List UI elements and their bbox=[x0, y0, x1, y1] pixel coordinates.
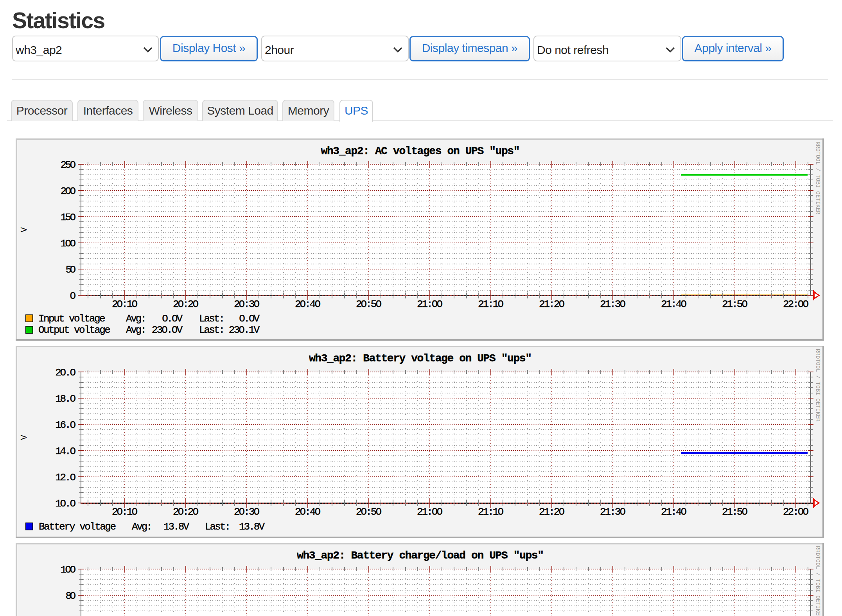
svg-text:Last:: Last: bbox=[199, 324, 225, 336]
svg-text:1OO: 1OO bbox=[60, 238, 76, 250]
svg-text:2O:2O: 2O:2O bbox=[173, 298, 199, 310]
svg-text:RRDTOOL / TOBI OETIKER: RRDTOOL / TOBI OETIKER bbox=[815, 546, 821, 616]
svg-text:21:OO: 21:OO bbox=[417, 506, 443, 518]
svg-text:2O:5O: 2O:5O bbox=[356, 506, 382, 518]
svg-text:wh3_ap2: Battery voltage on UP: wh3_ap2: Battery voltage on UPS "ups" bbox=[309, 352, 532, 365]
svg-text:23O.OV: 23O.OV bbox=[152, 324, 183, 336]
svg-text:21:1O: 21:1O bbox=[478, 506, 504, 518]
svg-text:O: O bbox=[70, 290, 76, 302]
svg-text:Battery voltage: Battery voltage bbox=[39, 521, 116, 533]
svg-text:13.8V: 13.8V bbox=[239, 521, 265, 533]
svg-text:2O:5O: 2O:5O bbox=[356, 298, 382, 310]
svg-text:Output voltage: Output voltage bbox=[38, 324, 111, 336]
svg-text:V: V bbox=[20, 435, 29, 440]
svg-text:Avg:: Avg: bbox=[126, 324, 147, 336]
svg-text:Input voltage: Input voltage bbox=[38, 313, 106, 325]
svg-text:2O:1O: 2O:1O bbox=[112, 506, 138, 518]
svg-text:RRDTOOL / TOBI OETIKER: RRDTOOL / TOBI OETIKER bbox=[815, 142, 821, 215]
svg-text:21:3O: 21:3O bbox=[600, 506, 626, 518]
svg-text:22:OO: 22:OO bbox=[783, 298, 809, 310]
svg-text:2O:4O: 2O:4O bbox=[295, 298, 321, 310]
svg-text:8O: 8O bbox=[66, 590, 76, 602]
svg-text:21:1O: 21:1O bbox=[478, 298, 504, 310]
svg-text:14.O: 14.O bbox=[55, 445, 76, 457]
svg-text:21:2O: 21:2O bbox=[539, 298, 565, 310]
svg-text:18.O: 18.O bbox=[55, 393, 76, 405]
svg-text:1O.O: 1O.O bbox=[55, 498, 76, 510]
svg-text:21:OO: 21:OO bbox=[417, 298, 443, 310]
svg-text:Avg:: Avg: bbox=[132, 521, 153, 533]
svg-text:2O:3O: 2O:3O bbox=[234, 298, 260, 310]
svg-text:5O: 5O bbox=[66, 264, 76, 276]
svg-text:25O: 25O bbox=[60, 159, 76, 171]
svg-text:23O.1V: 23O.1V bbox=[229, 324, 260, 336]
svg-text:22:OO: 22:OO bbox=[783, 506, 809, 518]
svg-text:Avg:: Avg: bbox=[126, 313, 147, 325]
svg-text:13.8V: 13.8V bbox=[163, 521, 189, 533]
svg-text:21:5O: 21:5O bbox=[722, 506, 748, 518]
svg-text:15O: 15O bbox=[60, 212, 76, 223]
svg-text:2O:1O: 2O:1O bbox=[112, 298, 138, 310]
svg-text:21:3O: 21:3O bbox=[600, 298, 626, 310]
svg-text:O.OV: O.OV bbox=[239, 313, 260, 325]
svg-text:Last:: Last: bbox=[205, 521, 231, 533]
svg-text:2O.O: 2O.O bbox=[55, 367, 76, 379]
svg-text:RRDTOOL / TOBI OETIKER: RRDTOOL / TOBI OETIKER bbox=[815, 349, 821, 422]
svg-text:1OO: 1OO bbox=[60, 564, 76, 576]
svg-text:V: V bbox=[20, 227, 29, 232]
svg-text:2O:2O: 2O:2O bbox=[173, 506, 199, 518]
svg-text:21:2O: 21:2O bbox=[539, 506, 565, 518]
svg-text:21:4O: 21:4O bbox=[661, 298, 687, 310]
svg-text:wh3_ap2: Battery charge/load o: wh3_ap2: Battery charge/load on UPS "ups… bbox=[297, 550, 544, 562]
svg-text:O.OV: O.OV bbox=[162, 313, 183, 325]
svg-text:21:5O: 21:5O bbox=[722, 298, 748, 310]
svg-text:wh3_ap2: AC voltages on UPS "u: wh3_ap2: AC voltages on UPS "ups" bbox=[321, 145, 520, 157]
svg-text:2O:3O: 2O:3O bbox=[234, 506, 260, 518]
svg-text:21:4O: 21:4O bbox=[661, 506, 687, 518]
svg-text:12.O: 12.O bbox=[55, 472, 76, 483]
svg-text:2O:4O: 2O:4O bbox=[295, 506, 321, 518]
svg-text:16.O: 16.O bbox=[55, 419, 76, 431]
svg-text:Last:: Last: bbox=[199, 313, 225, 325]
svg-text:2OO: 2OO bbox=[60, 185, 76, 197]
